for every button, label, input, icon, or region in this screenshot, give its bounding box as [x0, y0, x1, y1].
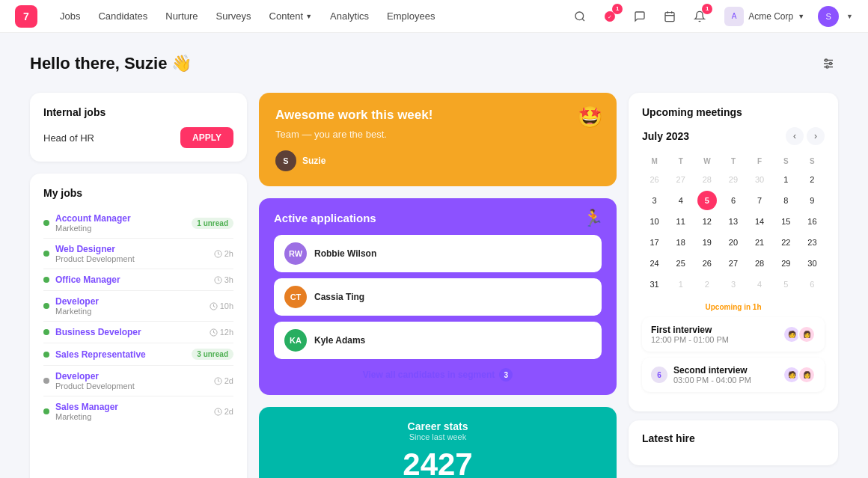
nav-surveys[interactable]: Surveys [209, 6, 259, 26]
cal-day[interactable]: 2 [697, 275, 717, 294]
job-dot [43, 220, 49, 226]
cal-day[interactable]: 11 [671, 212, 691, 231]
cal-day[interactable]: 29 [724, 170, 743, 189]
job-time: 2d [224, 376, 233, 385]
nav-candidates[interactable]: Candidates [91, 6, 155, 26]
cal-day[interactable]: 6 [802, 275, 822, 294]
candidate-name: Cassia Ting [314, 292, 364, 302]
job-title-link[interactable]: Sales Manager [55, 402, 208, 412]
cal-day[interactable]: 26 [697, 254, 717, 273]
meeting-2-time: 03:00 PM - 04:00 PM [673, 376, 786, 384]
job-title-link[interactable]: Account Manager [55, 213, 186, 224]
cal-day[interactable]: 1 [671, 275, 691, 294]
candidate-avatar: CT [284, 286, 307, 308]
user-avatar[interactable]: S [818, 6, 839, 27]
cal-day[interactable]: 9 [802, 191, 822, 210]
cal-day-header: M [642, 154, 667, 168]
cal-day[interactable]: 27 [671, 170, 691, 189]
calendar-next[interactable]: › [807, 127, 825, 145]
cal-day[interactable]: 30 [750, 170, 769, 189]
cal-day[interactable]: 26 [645, 170, 664, 189]
filter-button[interactable] [819, 54, 838, 76]
candidate-row[interactable]: KA Kyle Adams [274, 322, 602, 359]
cal-day[interactable]: 7 [750, 191, 769, 210]
job-item: Developer Marketing10h [43, 291, 233, 322]
job-title-link[interactable]: Developer [55, 371, 208, 382]
company-selector[interactable]: A Acme Corp ▼ [718, 4, 810, 29]
cal-day[interactable]: 13 [724, 212, 743, 231]
job-title-link[interactable]: Sales Representative [55, 349, 186, 360]
cal-day[interactable]: 25 [671, 254, 691, 273]
svg-point-12 [830, 63, 832, 65]
cal-day-header: T [721, 154, 745, 168]
cal-day[interactable]: 6 [724, 191, 743, 210]
active-apps-card: 🏃 Active applications RW Robbie WilsonCT… [259, 198, 617, 395]
job-meta: 2d [214, 376, 233, 385]
nav-jobs[interactable]: Jobs [52, 6, 88, 26]
cal-day[interactable]: 28 [750, 254, 769, 273]
cal-day[interactable]: 16 [802, 212, 822, 231]
job-dot [43, 378, 49, 384]
nav-analytics[interactable]: Analytics [323, 6, 376, 26]
cal-day[interactable]: 30 [802, 254, 822, 273]
search-button[interactable] [569, 5, 591, 28]
job-item: Sales Representative 3 unread [43, 343, 233, 366]
active-apps-emoji: 🏃 [583, 209, 603, 228]
notification-button[interactable]: 1 [688, 5, 711, 28]
apply-button[interactable]: APPLY [180, 127, 233, 148]
job-title-link[interactable]: Developer [55, 296, 204, 307]
job-meta: 2d [214, 407, 233, 416]
cal-day[interactable]: 4 [750, 275, 769, 294]
cal-day[interactable]: 3 [724, 275, 743, 294]
cal-day[interactable]: 12 [697, 212, 717, 231]
cal-day[interactable]: 22 [776, 233, 795, 252]
nav-nurture[interactable]: Nurture [158, 6, 205, 26]
chat-button[interactable] [629, 5, 651, 28]
cal-day[interactable]: 10 [645, 212, 664, 231]
cal-day[interactable]: 15 [776, 212, 795, 231]
task-button[interactable]: ✓ 1 [599, 5, 621, 28]
cal-day[interactable]: 5 [697, 191, 717, 210]
candidate-name: Kyle Adams [314, 335, 365, 346]
job-title-link[interactable]: Office Manager [55, 275, 208, 285]
cal-day[interactable]: 20 [724, 233, 743, 252]
awesome-user-name: Suzie [302, 156, 326, 166]
cal-day-header: T [668, 154, 693, 168]
cal-day[interactable]: 18 [671, 233, 691, 252]
cal-day[interactable]: 2 [802, 170, 822, 189]
job-item: Sales Manager Marketing2d [43, 396, 233, 426]
calendar-month: July 2023 [642, 130, 689, 142]
view-all-button[interactable]: View all candidates in segment 3 [274, 368, 602, 382]
awesome-user: S Suzie [275, 150, 600, 171]
cal-day[interactable]: 1 [776, 170, 795, 189]
cal-day[interactable]: 4 [671, 191, 691, 210]
cal-day[interactable]: 31 [645, 275, 664, 294]
cal-day[interactable]: 17 [645, 233, 664, 252]
latest-hire-title: Latest hire [642, 432, 825, 444]
view-all-count: 3 [499, 368, 513, 382]
nav-employees[interactable]: Employees [379, 6, 442, 26]
job-info: Sales Representative [55, 349, 186, 360]
cal-day[interactable]: 23 [802, 233, 822, 252]
cal-day[interactable]: 5 [776, 275, 795, 294]
cal-day[interactable]: 19 [697, 233, 717, 252]
cal-day[interactable]: 29 [776, 254, 795, 273]
cal-day[interactable]: 28 [697, 170, 717, 189]
job-title-link[interactable]: Web Designer [55, 244, 208, 254]
calendar-button[interactable] [658, 5, 681, 28]
nav-content[interactable]: Content ▼ [262, 6, 320, 26]
job-title-link[interactable]: Business Developer [55, 327, 204, 337]
cal-day[interactable]: 3 [645, 191, 664, 210]
candidate-row[interactable]: RW Robbie Wilson [274, 235, 602, 272]
candidate-row[interactable]: CT Cassia Ting [274, 278, 602, 316]
calendar-prev[interactable]: ‹ [786, 127, 804, 145]
brand-logo[interactable]: 7 [15, 5, 37, 28]
cal-day[interactable]: 21 [750, 233, 769, 252]
cal-day[interactable]: 14 [750, 212, 769, 231]
cal-day[interactable]: 8 [776, 191, 795, 210]
cal-day[interactable]: 24 [645, 254, 664, 273]
svg-point-11 [825, 59, 828, 61]
awesome-subtitle: Team — you are the best. [275, 129, 600, 140]
company-avatar: A [724, 7, 744, 26]
cal-day[interactable]: 27 [724, 254, 743, 273]
